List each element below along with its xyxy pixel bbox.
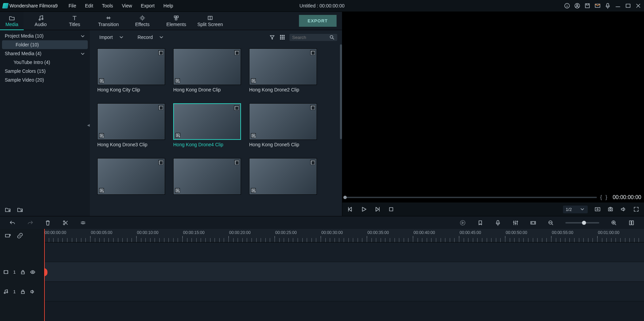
timeline-track-spacer[interactable] — [44, 242, 644, 262]
audio-mixer-icon[interactable] — [512, 220, 519, 226]
export-button[interactable]: EXPORT — [299, 15, 337, 27]
media-clip[interactable]: Hong Kong Drone Clip — [173, 48, 241, 92]
timeline-body[interactable]: 00:00:00:0000:00:05:0000:00:10:0000:00:1… — [44, 229, 644, 321]
marker-icon[interactable] — [477, 220, 483, 226]
delete-folder-icon[interactable] — [17, 207, 23, 213]
media-clip[interactable]: Hong Kong Drone4 Clip — [173, 103, 241, 147]
zoom-slider[interactable] — [565, 222, 599, 223]
playhead[interactable] — [44, 229, 45, 321]
add-to-timeline-icon[interactable] — [251, 78, 256, 83]
eye-icon[interactable] — [30, 270, 35, 275]
video-track-header[interactable]: 1 — [0, 262, 44, 282]
add-to-timeline-icon[interactable] — [175, 188, 180, 193]
preview-scale[interactable]: 1/2 — [563, 206, 588, 213]
sidebar-item-youtube-intro[interactable]: YouTube Intro (4) — [0, 58, 90, 67]
media-clip[interactable]: Hong Kong City Clip — [97, 48, 165, 92]
add-track-icon[interactable] — [5, 233, 11, 239]
preview-viewport[interactable] — [342, 12, 644, 192]
sidebar-item-sample-colors[interactable]: Sample Colors (15) — [0, 67, 90, 76]
add-to-timeline-icon[interactable] — [99, 133, 104, 138]
ruler-tick: 00:00:10:00 — [136, 229, 182, 242]
media-scrollbar[interactable] — [340, 44, 342, 139]
lock-icon[interactable] — [20, 270, 25, 275]
collapse-handle-icon[interactable]: ◀ — [87, 123, 90, 127]
zoom-in-icon[interactable] — [611, 220, 617, 226]
menu-view[interactable]: View — [118, 1, 136, 10]
add-to-timeline-icon[interactable] — [175, 78, 180, 83]
import-dropdown[interactable]: Import — [95, 33, 129, 42]
filter-icon[interactable] — [269, 34, 275, 40]
preview-scrubber[interactable] — [345, 197, 597, 198]
grid-view-icon[interactable] — [279, 34, 285, 40]
save-icon[interactable] — [584, 3, 590, 9]
stop-icon[interactable] — [388, 206, 395, 213]
sidebar-item-sample-video[interactable]: Sample Video (20) — [0, 76, 90, 84]
speaker-icon[interactable] — [30, 289, 35, 294]
timeline-video-track[interactable] — [44, 262, 644, 282]
maximize-icon[interactable] — [625, 3, 631, 9]
audio-track-header[interactable]: 1 — [0, 282, 44, 301]
mark-out-icon[interactable]: } — [605, 194, 607, 200]
add-to-timeline-icon[interactable] — [251, 188, 256, 193]
tab-effects[interactable]: Effects — [125, 12, 159, 30]
fit-icon[interactable] — [530, 220, 536, 226]
media-clip[interactable]: Hong Kong Drone3 Clip — [97, 103, 165, 147]
render-icon[interactable] — [460, 220, 466, 226]
search-input[interactable] — [292, 35, 329, 40]
snapshot-icon[interactable] — [607, 206, 613, 212]
delete-icon[interactable] — [45, 220, 51, 226]
sidebar-item-project-media[interactable]: Project Media (10) — [0, 31, 90, 40]
record-dropdown[interactable]: Record — [133, 33, 169, 42]
prev-frame-icon[interactable] — [347, 206, 354, 213]
tab-splitscreen[interactable]: Split Screen — [193, 12, 227, 30]
add-to-timeline-icon[interactable] — [251, 133, 256, 138]
undo-icon[interactable] — [9, 220, 16, 226]
quality-icon[interactable] — [595, 206, 601, 212]
add-to-timeline-icon[interactable] — [99, 188, 104, 193]
zoom-out-icon[interactable] — [548, 220, 554, 226]
mark-in-icon[interactable]: { — [600, 194, 602, 200]
add-to-timeline-icon[interactable] — [99, 78, 104, 83]
svg-rect-6 — [626, 4, 630, 7]
new-folder-icon[interactable] — [5, 207, 11, 213]
media-clip[interactable]: Hong Kong Drone5 Clip — [249, 103, 317, 147]
menu-export[interactable]: Export — [137, 1, 159, 10]
voiceover-icon[interactable] — [495, 220, 501, 226]
crop-icon[interactable] — [80, 220, 86, 226]
mic-icon[interactable] — [605, 3, 611, 9]
timeline-audio-track[interactable] — [44, 282, 644, 301]
timeline-ruler[interactable]: 00:00:00:0000:00:05:0000:00:10:0000:00:1… — [44, 229, 644, 242]
add-to-timeline-icon[interactable] — [175, 133, 180, 138]
tab-transition[interactable]: Transition — [92, 12, 125, 30]
menu-tools[interactable]: Tools — [98, 1, 117, 10]
fullscreen-icon[interactable] — [633, 206, 639, 212]
volume-icon[interactable] — [620, 206, 626, 212]
svg-point-18 — [284, 37, 285, 38]
redo-icon[interactable] — [27, 220, 33, 226]
message-icon[interactable] — [595, 3, 601, 9]
minimize-icon[interactable] — [615, 3, 621, 9]
tab-audio[interactable]: Audio — [24, 12, 58, 30]
media-clip[interactable] — [97, 158, 165, 197]
tab-elements[interactable]: Elements — [159, 12, 193, 30]
play-icon[interactable] — [361, 206, 367, 213]
menu-edit[interactable]: Edit — [81, 1, 97, 10]
menu-help[interactable]: Help — [159, 1, 177, 10]
tab-titles[interactable]: Titles — [58, 12, 92, 30]
sidebar-item-shared-media[interactable]: Shared Media (4) — [0, 49, 90, 58]
info-icon[interactable] — [564, 3, 570, 9]
next-frame-icon[interactable] — [374, 206, 381, 213]
menu-file[interactable]: File — [64, 1, 80, 10]
media-clip[interactable]: Hong Kong Drone2 Clip — [249, 48, 317, 92]
link-icon[interactable] — [17, 233, 23, 239]
split-icon[interactable] — [62, 220, 68, 226]
tab-media[interactable]: Media — [0, 12, 24, 30]
lock-icon[interactable] — [20, 289, 25, 294]
media-clip[interactable] — [249, 158, 317, 197]
search-box[interactable] — [289, 34, 337, 41]
sidebar-item-folder[interactable]: Folder (10) — [2, 40, 88, 49]
account-icon[interactable] — [574, 3, 580, 9]
close-icon[interactable] — [635, 3, 641, 9]
timeline-options-icon[interactable] — [628, 220, 635, 226]
media-clip[interactable] — [173, 158, 241, 197]
